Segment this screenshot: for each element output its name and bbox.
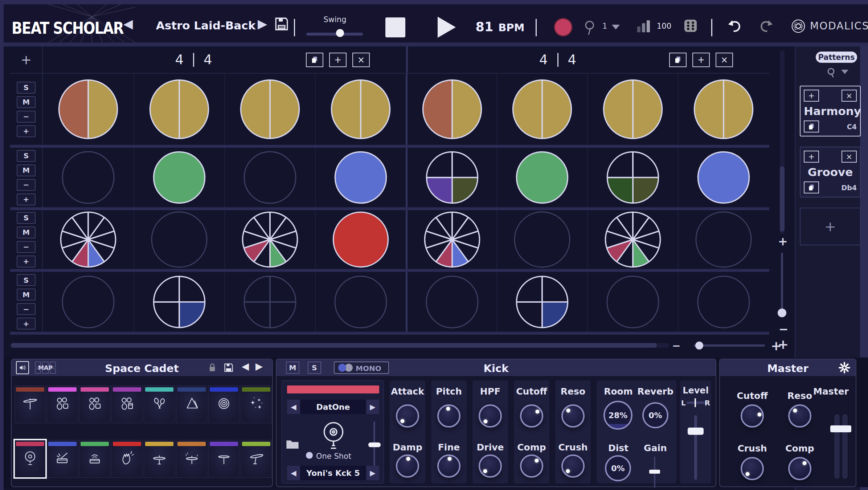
beat-circle[interactable] — [602, 78, 664, 140]
h-zoom-out-button[interactable]: − — [672, 340, 680, 352]
bank-next-button[interactable]: ▶ — [366, 400, 379, 414]
beat-circle[interactable] — [421, 78, 483, 140]
beat-cell[interactable] — [224, 210, 315, 269]
drum-pad-drum-kit[interactable] — [79, 385, 110, 423]
sample-volume-handle[interactable] — [368, 442, 381, 447]
velocity-bars-icon[interactable] — [637, 20, 650, 32]
pattern-close-button[interactable]: × — [842, 151, 857, 163]
lane-remove-division-button[interactable]: − — [17, 241, 36, 253]
lane-remove-division-button[interactable]: − — [17, 111, 36, 123]
lane-remove-division-button[interactable]: − — [17, 303, 36, 315]
pattern-quantize-icon[interactable] — [826, 67, 837, 79]
delete-measure-button[interactable]: × — [352, 53, 370, 67]
lane-add-division-button[interactable]: + — [17, 125, 36, 137]
pattern-add-button[interactable]: + — [804, 151, 819, 163]
lane-sol-button[interactable]: S — [17, 212, 36, 224]
drum-pad-drum-kit[interactable] — [47, 385, 78, 423]
lane-add-division-button[interactable]: + — [17, 256, 36, 268]
beat-cell[interactable] — [496, 210, 587, 269]
beat-cell[interactable] — [587, 210, 678, 269]
beat-circle[interactable] — [152, 275, 206, 329]
beat-circle[interactable] — [333, 275, 388, 329]
pattern-title[interactable]: Astro Laid-Back — [146, 19, 266, 32]
master-crush-knob[interactable] — [741, 457, 764, 480]
beat-cell[interactable] — [43, 74, 134, 145]
drum-pad-triangle[interactable] — [176, 385, 207, 423]
beat-unit[interactable]: 4 — [568, 52, 577, 68]
beat-circle[interactable] — [606, 275, 660, 329]
lane-add-division-button[interactable]: + — [17, 193, 36, 205]
v-zoom-out-button[interactable]: − — [779, 322, 789, 336]
beat-circle[interactable] — [332, 211, 390, 269]
master-fader-track-right[interactable] — [843, 415, 847, 478]
beat-cell[interactable] — [315, 74, 406, 145]
beat-circle[interactable] — [150, 211, 208, 269]
beat-cell[interactable] — [678, 210, 769, 269]
lane-mute-button[interactable]: M — [17, 226, 36, 238]
bank-prev-button[interactable]: ◀ — [287, 400, 300, 414]
redo-button[interactable] — [758, 18, 775, 35]
drum-pad-gong[interactable] — [208, 385, 239, 423]
beat-cell[interactable] — [224, 148, 315, 207]
time-signature[interactable]: 4 4 — [408, 46, 708, 73]
gain-slider-handle[interactable] — [649, 470, 660, 474]
reverb-knob[interactable]: 0% — [642, 402, 668, 428]
kit-lock-icon[interactable] — [208, 362, 217, 373]
beat-cell[interactable] — [587, 74, 678, 145]
master-cutoff-knob[interactable] — [741, 404, 764, 428]
undo-button[interactable] — [726, 18, 743, 35]
beat-circle[interactable] — [243, 150, 297, 205]
beat-circle[interactable] — [515, 275, 569, 329]
beat-cell[interactable] — [406, 148, 496, 207]
attack-knob[interactable] — [396, 404, 419, 428]
drum-pad-kick-drum[interactable] — [15, 440, 46, 478]
comp-knob[interactable] — [520, 454, 543, 478]
pattern-card-harmony[interactable]: + × Harmony C4 — [800, 86, 861, 136]
pattern-add-button[interactable]: + — [804, 90, 819, 102]
velocity-value[interactable]: 100 — [657, 22, 671, 30]
beat-unit[interactable]: 4 — [204, 52, 212, 68]
quantize-icon[interactable] — [583, 19, 597, 36]
pan-slider-thumb[interactable] — [695, 398, 696, 407]
pattern-empty-slot[interactable]: + — [800, 208, 861, 245]
beat-cell[interactable] — [134, 74, 224, 145]
fine-knob[interactable] — [437, 454, 460, 478]
beats-count[interactable]: 4 — [539, 52, 548, 68]
beat-circle[interactable] — [333, 150, 388, 205]
drum-pad-ride-cymbal[interactable] — [15, 385, 46, 423]
beat-cell[interactable] — [134, 210, 224, 269]
beat-cell[interactable] — [43, 148, 134, 207]
drum-pad-snare-buzz[interactable] — [79, 440, 110, 478]
drum-pad-cymbal[interactable] — [208, 440, 239, 478]
quantize-value[interactable]: 1 — [602, 22, 607, 30]
beat-circle[interactable] — [61, 150, 115, 205]
beat-cell[interactable] — [678, 74, 769, 145]
lane-sol-button[interactable]: S — [17, 150, 36, 162]
beat-cell[interactable] — [678, 272, 769, 332]
beat-circle[interactable] — [330, 78, 392, 140]
bpm-display[interactable]: 81 BPM — [467, 20, 533, 34]
reso-knob[interactable] — [561, 404, 585, 428]
drum-pad-hihat-closed[interactable] — [144, 440, 175, 478]
prev-pattern-button[interactable]: ◀ — [123, 16, 133, 31]
play-button[interactable] — [438, 17, 456, 38]
horizontal-scrollbar-thumb[interactable] — [11, 343, 657, 348]
v-zoom-slider[interactable] — [781, 253, 783, 314]
kit-prev-button[interactable]: ◀ — [242, 361, 249, 372]
beat-circle[interactable] — [241, 211, 299, 269]
bpm-value[interactable]: 81 — [476, 20, 494, 34]
beat-circle[interactable] — [61, 275, 115, 329]
one-shot-indicator[interactable] — [306, 452, 313, 459]
h-zoom-slider[interactable] — [694, 344, 765, 347]
beat-circle[interactable] — [243, 275, 297, 329]
save-button[interactable] — [274, 16, 289, 32]
lane-mute-button[interactable]: M — [17, 96, 36, 108]
beat-cell[interactable] — [496, 74, 587, 145]
folder-icon[interactable] — [286, 438, 299, 450]
dist-knob[interactable]: 0% — [605, 455, 631, 481]
pattern-close-button[interactable]: × — [842, 90, 857, 102]
master-fader-handle[interactable] — [830, 425, 851, 432]
beat-cell[interactable] — [134, 272, 224, 332]
beat-cell[interactable] — [587, 148, 678, 207]
sample-prev-button[interactable]: ◀ — [287, 466, 300, 480]
